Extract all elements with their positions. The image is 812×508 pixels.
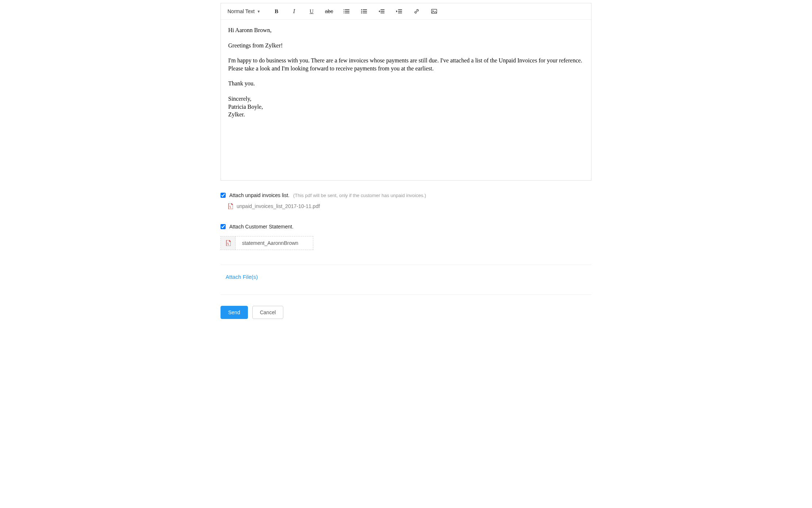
svg-rect-4 xyxy=(344,13,344,14)
bold-icon: B xyxy=(275,8,278,15)
email-thanks: Thank you. xyxy=(228,80,584,88)
unordered-list-icon xyxy=(361,8,367,14)
ordered-list-icon xyxy=(344,8,349,14)
pdf-icon xyxy=(228,203,233,209)
attach-unpaid-invoices-row: Attach unpaid invoices list. (This pdf w… xyxy=(221,192,591,198)
email-signoff: Sincerely, xyxy=(228,95,584,103)
svg-rect-2 xyxy=(344,11,344,12)
attach-statement-row: Attach Customer Statement. xyxy=(221,224,591,230)
email-sender-company: Zylker. xyxy=(228,111,584,119)
svg-rect-14 xyxy=(381,13,385,14)
svg-rect-5 xyxy=(345,13,349,14)
link-icon xyxy=(414,8,420,14)
svg-rect-13 xyxy=(381,11,385,12)
indent-button[interactable] xyxy=(392,6,406,16)
svg-point-10 xyxy=(361,12,362,14)
attach-unpaid-label: Attach unpaid invoices list. xyxy=(229,192,290,198)
statement-attachment-box[interactable]: statement_AaronnBrown xyxy=(221,236,313,250)
email-body-editor[interactable]: Hi Aaronn Brown, Greetings from Zylker! … xyxy=(221,20,591,180)
svg-rect-17 xyxy=(398,13,402,14)
attach-unpaid-checkbox[interactable] xyxy=(221,193,226,198)
statement-filename: statement_AaronnBrown xyxy=(235,236,313,250)
attach-statement-label: Attach Customer Statement. xyxy=(229,224,294,230)
svg-point-6 xyxy=(361,9,362,10)
editor-toolbar: Normal Text ▼ B I U abc xyxy=(221,3,591,20)
svg-rect-1 xyxy=(345,9,349,10)
attach-statement-checkbox[interactable] xyxy=(221,224,226,229)
image-icon xyxy=(431,8,437,14)
email-intro: Greetings from Zylker! xyxy=(228,42,584,50)
svg-rect-0 xyxy=(344,9,344,10)
format-dropdown[interactable]: Normal Text ▼ xyxy=(227,8,268,14)
email-greeting: Hi Aaronn Brown, xyxy=(228,26,584,34)
unpaid-filename: unpaid_invoices_list_2017-10-11.pdf xyxy=(237,203,320,209)
outdent-button[interactable] xyxy=(375,6,388,16)
underline-icon: U xyxy=(310,8,314,15)
svg-rect-7 xyxy=(363,9,367,10)
pdf-icon xyxy=(226,240,231,246)
italic-button[interactable]: I xyxy=(287,6,300,16)
cancel-button[interactable]: Cancel xyxy=(252,306,284,319)
outdent-icon xyxy=(379,8,384,14)
underline-button[interactable]: U xyxy=(305,6,318,16)
attach-files-link[interactable]: Attach File(s) xyxy=(226,274,591,280)
rich-text-editor: Normal Text ▼ B I U abc xyxy=(221,3,591,181)
strikethrough-icon: abc xyxy=(325,8,333,14)
bold-button[interactable]: B xyxy=(270,6,283,16)
link-button[interactable] xyxy=(410,6,423,16)
caret-down-icon: ▼ xyxy=(257,9,260,14)
svg-rect-3 xyxy=(345,11,349,12)
email-sender-name: Patricia Boyle, xyxy=(228,103,584,111)
italic-icon: I xyxy=(293,8,295,15)
ordered-list-button[interactable] xyxy=(340,6,353,16)
send-button[interactable]: Send xyxy=(221,306,248,319)
svg-rect-15 xyxy=(398,9,402,10)
unpaid-file-row: unpaid_invoices_list_2017-10-11.pdf xyxy=(228,203,591,209)
statement-icon-box xyxy=(221,236,235,250)
divider xyxy=(221,265,591,265)
indent-icon xyxy=(396,8,402,14)
action-buttons: Send Cancel xyxy=(221,306,591,319)
svg-rect-9 xyxy=(363,11,367,12)
image-button[interactable] xyxy=(428,6,441,16)
svg-rect-12 xyxy=(381,9,385,10)
svg-rect-16 xyxy=(398,11,402,12)
email-body: I'm happy to do business with you. There… xyxy=(228,57,584,72)
unordered-list-button[interactable] xyxy=(357,6,371,16)
format-label: Normal Text xyxy=(227,8,254,14)
attach-unpaid-hint: (This pdf will be sent, only if the cust… xyxy=(293,193,426,198)
strikethrough-button[interactable]: abc xyxy=(322,6,336,16)
svg-rect-18 xyxy=(432,9,437,13)
divider xyxy=(221,295,591,295)
svg-rect-11 xyxy=(363,13,367,14)
svg-point-8 xyxy=(361,11,362,12)
